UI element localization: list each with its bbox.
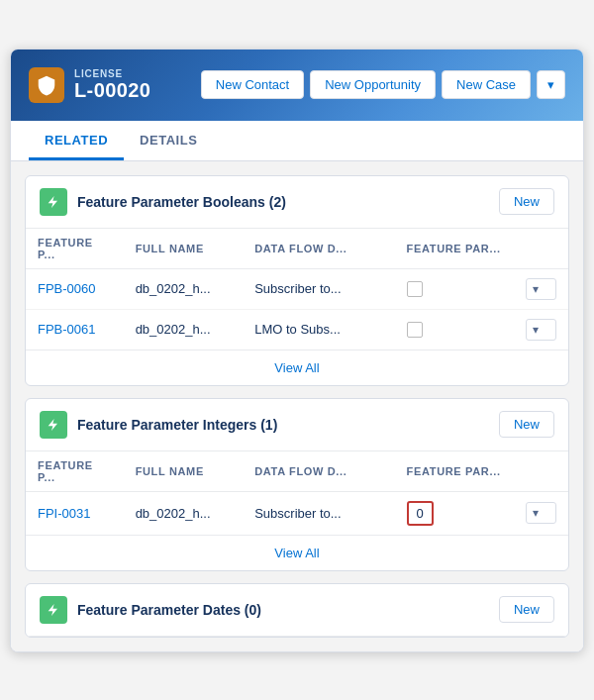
- col-header-dataflow-int: DATA FLOW D...: [243, 451, 394, 492]
- dates-title: Feature Parameter Dates (0): [77, 602, 489, 618]
- col-header-featurepar-int: FEATURE PAR...: [395, 451, 515, 492]
- license-info: LICENSE L-00020: [74, 68, 150, 102]
- integers-view-all-link[interactable]: View All: [274, 546, 319, 560]
- fpb-0061-fullname: db_0202_h...: [124, 309, 244, 350]
- fpb-0060-fullname: db_0202_h...: [124, 268, 244, 309]
- fpb-0060-dataflow: Subscriber to...: [243, 268, 394, 309]
- booleans-table: FEATURE P... FULL NAME DATA FLOW D... FE…: [26, 229, 568, 350]
- section-header-booleans: Feature Parameter Booleans (2) New: [26, 176, 568, 229]
- booleans-title: Feature Parameter Booleans (2): [77, 194, 489, 210]
- header-more-dropdown[interactable]: ▾: [537, 70, 565, 99]
- table-row: FPB-0061 db_0202_h... LMO to Subs... ▾: [26, 309, 568, 350]
- tab-details[interactable]: Details: [124, 121, 213, 160]
- header: LICENSE L-00020 New Contact New Opportun…: [11, 50, 583, 121]
- integers-table: FEATURE P... FULL NAME DATA FLOW D... FE…: [26, 451, 568, 535]
- feature-param-dates-section: Feature Parameter Dates (0) New: [25, 583, 569, 638]
- booleans-view-all-link[interactable]: View All: [274, 360, 319, 375]
- table-row: FPB-0060 db_0202_h... Subscriber to... ▾: [26, 268, 568, 309]
- tabs-bar: Related Details: [11, 121, 583, 161]
- integers-new-button[interactable]: New: [499, 411, 554, 438]
- license-label: LICENSE: [74, 68, 150, 79]
- integers-view-all-row: View All: [26, 535, 568, 570]
- new-case-button[interactable]: New Case: [442, 70, 531, 99]
- col-header-action-bool: [514, 229, 568, 269]
- new-opportunity-button[interactable]: New Opportunity: [310, 70, 436, 99]
- fpb-0060-link[interactable]: FPB-0060: [38, 281, 96, 296]
- fpi-0031-dropdown[interactable]: ▾: [526, 502, 556, 524]
- col-header-action-int: [514, 451, 568, 492]
- license-number: L-00020: [74, 79, 150, 102]
- chevron-down-icon: ▾: [547, 77, 554, 92]
- col-header-dataflow-bool: DATA FLOW D...: [243, 229, 394, 269]
- section-header-integers: Feature Parameter Integers (1) New: [26, 399, 568, 451]
- fpi-0031-fullname: db_0202_h...: [124, 491, 244, 535]
- fpb-0061-checkbox[interactable]: [407, 322, 423, 338]
- fpb-0061-link[interactable]: FPB-0061: [38, 322, 96, 337]
- feature-param-booleans-section: Feature Parameter Booleans (2) New FEATU…: [25, 175, 569, 386]
- dates-icon: [40, 596, 67, 624]
- header-actions: New Contact New Opportunity New Case ▾: [201, 70, 565, 99]
- dates-new-button[interactable]: New: [499, 596, 554, 623]
- new-contact-button[interactable]: New Contact: [201, 70, 304, 99]
- main-content: Feature Parameter Booleans (2) New FEATU…: [11, 161, 583, 651]
- col-header-feature-p-int: FEATURE P...: [26, 451, 124, 492]
- booleans-icon: [40, 188, 67, 216]
- booleans-new-button[interactable]: New: [499, 188, 554, 215]
- fpb-0061-dataflow: LMO to Subs...: [243, 309, 394, 350]
- fpi-0031-dataflow: Subscriber to...: [243, 491, 394, 535]
- main-page: LICENSE L-00020 New Contact New Opportun…: [10, 49, 584, 652]
- integers-title: Feature Parameter Integers (1): [77, 417, 489, 433]
- shield-icon: [29, 67, 64, 103]
- fpi-0031-link[interactable]: FPI-0031: [38, 506, 90, 521]
- fpb-0060-dropdown[interactable]: ▾: [526, 278, 556, 300]
- table-row: FPI-0031 db_0202_h... Subscriber to... 0…: [26, 491, 568, 535]
- section-header-dates: Feature Parameter Dates (0) New: [26, 584, 568, 637]
- header-left: LICENSE L-00020: [29, 67, 150, 103]
- integers-icon: [40, 411, 67, 439]
- feature-param-integers-section: Feature Parameter Integers (1) New FEATU…: [25, 398, 569, 571]
- tab-related[interactable]: Related: [29, 121, 124, 160]
- fpi-0031-value: 0: [407, 501, 434, 526]
- col-header-featurepar-bool: FEATURE PAR...: [395, 229, 515, 269]
- col-header-fullname-bool: FULL NAME: [124, 229, 244, 269]
- fpb-0060-checkbox[interactable]: [407, 281, 423, 297]
- col-header-feature-p-bool: FEATURE P...: [26, 229, 124, 269]
- fpb-0061-dropdown[interactable]: ▾: [526, 319, 556, 341]
- booleans-view-all-row: View All: [26, 350, 568, 385]
- col-header-fullname-int: FULL NAME: [124, 451, 244, 492]
